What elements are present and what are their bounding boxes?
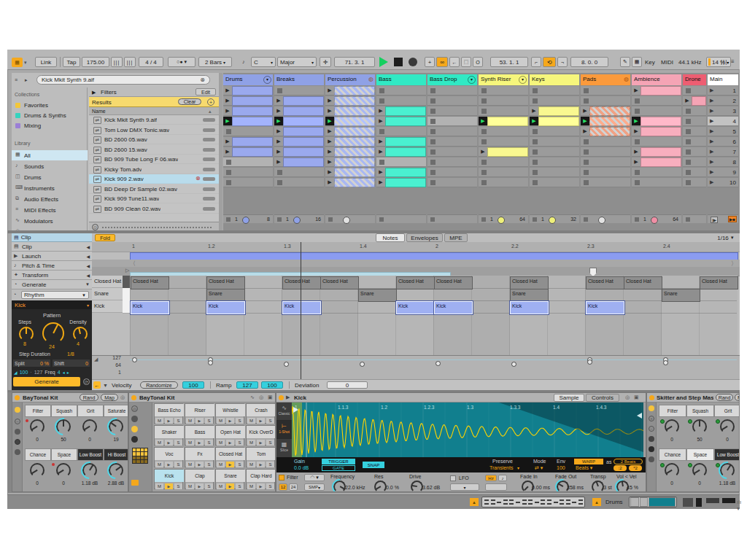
macro-label[interactable]: Squash <box>686 405 714 417</box>
clip-slot[interactable]: ▶ <box>274 117 324 126</box>
macro-knob[interactable] <box>109 463 123 478</box>
clip-slot[interactable]: ▶ <box>274 96 324 106</box>
clip-stop-slot[interactable] <box>479 86 528 96</box>
sidebar-item-drums[interactable]: ◫Drums <box>12 172 88 182</box>
name-column-header[interactable]: Name ▴ <box>89 107 219 115</box>
clip-stop-slot[interactable] <box>223 168 273 177</box>
pad-overview[interactable] <box>132 448 148 464</box>
clip-play-button[interactable]: ▶ <box>376 178 385 187</box>
env-value[interactable]: 100 <box>557 465 565 470</box>
section-launch[interactable]: ▶Launch◀ <box>12 252 92 261</box>
sample-tab-button[interactable]: Sample <box>554 394 584 402</box>
clip-body[interactable] <box>640 117 681 126</box>
tab-mpe[interactable]: MPE <box>444 233 468 242</box>
playing-clip-button[interactable]: ▶ <box>325 117 334 125</box>
file-row[interactable]: ⇌Kicky Tom.adv <box>89 165 219 174</box>
capture-midi-button[interactable]: ← <box>449 57 460 67</box>
stop-button[interactable] <box>533 139 538 144</box>
track-chevron-icon[interactable]: ▾ <box>519 76 527 84</box>
generator-type-menu[interactable]: Rhythm▼ <box>21 291 89 299</box>
clip-play-button[interactable]: ▶ <box>581 106 589 115</box>
map-button[interactable]: M <box>735 394 740 401</box>
pad-label[interactable]: Bass <box>185 426 214 438</box>
ramp-to-field[interactable]: 100 <box>261 381 283 389</box>
clear-search-icon[interactable]: ⊗ <box>200 77 205 83</box>
clip-slot[interactable]: ▶ <box>581 106 630 116</box>
loop-button[interactable]: ⟲ <box>543 57 556 67</box>
stop-button[interactable] <box>481 109 487 114</box>
scene-launch-icon[interactable]: ▶ <box>710 98 713 104</box>
clip-stop-slot[interactable] <box>530 86 579 96</box>
note-row-label[interactable]: Kick <box>92 300 123 313</box>
pad-solo-button[interactable]: S <box>236 483 244 489</box>
clip-slot[interactable]: ▶ <box>325 147 375 157</box>
clip-body[interactable] <box>232 117 273 126</box>
hot-swap-icon[interactable]: ◎ <box>259 394 263 400</box>
scene-row[interactable]: ▶6 <box>708 137 738 147</box>
note[interactable]: Closed Hat <box>510 276 549 289</box>
clip-slot[interactable]: ▶ <box>479 147 528 157</box>
track-freeze-icon[interactable]: ◍ <box>624 76 629 82</box>
file-row[interactable]: ⇌Kick 909 Tune11.wav <box>89 194 219 203</box>
add-macro-icon[interactable]: + <box>649 416 654 421</box>
metronome-button[interactable]: ○● ▾ <box>168 57 196 67</box>
clip-slot[interactable]: ▶ <box>274 106 324 116</box>
stop-all-clips-button[interactable]: ▶■ <box>728 216 737 222</box>
hot-swap-badge-icon[interactable]: ⊗ <box>196 175 201 182</box>
pad-mute-button[interactable]: M <box>186 462 194 467</box>
stop-button[interactable] <box>226 180 231 185</box>
pad-play-button[interactable]: ▶ <box>165 418 173 424</box>
key-indicator[interactable] <box>123 300 130 314</box>
stop-button[interactable] <box>226 129 231 134</box>
generator-target-row[interactable]: Kick▾ <box>12 300 92 309</box>
clip-body[interactable] <box>283 127 324 136</box>
clip-slot[interactable]: ▶ <box>325 86 375 96</box>
frequency-knob[interactable] <box>333 481 346 492</box>
randomize-button[interactable]: Randomize <box>140 381 178 389</box>
velocity-marker[interactable] <box>360 362 365 367</box>
clip-body[interactable] <box>589 127 630 136</box>
section-transform[interactable]: ✦Transform◀ <box>12 271 92 280</box>
drum-pad-kick[interactable]: KickM▶S <box>154 469 183 489</box>
clip-stop-slot[interactable] <box>683 168 706 177</box>
generate-button[interactable]: Generate <box>13 377 80 386</box>
clip-play-button[interactable]: ▶ <box>325 158 334 166</box>
clip-stop-all-button[interactable] <box>635 217 639 222</box>
macro-knob[interactable] <box>692 419 707 434</box>
clip-stop-slot[interactable] <box>427 127 477 136</box>
warp-double-button[interactable]: *2 <box>629 465 642 471</box>
clip-slot[interactable]: ▶ <box>325 178 375 187</box>
clip-slot[interactable]: ▶ <box>223 96 273 106</box>
freq-dec-icon[interactable]: ◂ <box>63 370 65 375</box>
session-view-toggle-icon[interactable]: ||| <box>721 58 727 65</box>
hot-swap-icon[interactable]: ◎ <box>120 394 125 400</box>
clip-stop-slot[interactable] <box>530 168 579 177</box>
pad-label[interactable]: Voc <box>155 448 184 460</box>
clip-play-button[interactable]: ▶ <box>376 137 385 146</box>
pad-label[interactable]: Open Hat <box>216 426 245 438</box>
rack-icon-2[interactable] <box>649 446 654 452</box>
drum-pad-whistle[interactable]: WhistleM▶S <box>215 403 244 424</box>
clip-body[interactable] <box>385 117 426 126</box>
ramp-from-field[interactable]: 127 <box>236 381 258 389</box>
file-row[interactable]: ⇌Tom Low DMX Tonic.wav <box>89 125 219 135</box>
autoselect-icon[interactable] <box>131 416 138 422</box>
clip-play-button[interactable]: ▶ <box>376 168 385 176</box>
clip-play-button[interactable]: ▶ <box>274 106 283 115</box>
scene-row[interactable]: ▶3 <box>708 106 738 116</box>
scene-row[interactable]: ▶1 <box>708 86 738 96</box>
file-row[interactable]: ⇌BD Deep Dr Sample 02.wav <box>89 184 219 194</box>
clip-slot[interactable]: ▶ <box>223 106 273 116</box>
warp-as-button[interactable]: 2 Beats <box>614 459 643 464</box>
pad-play-button[interactable]: ▶ <box>257 462 265 467</box>
clip-slot[interactable]: ▶ <box>530 117 579 126</box>
velocity-marker[interactable] <box>663 360 668 365</box>
track-chevron-icon[interactable]: ▾ <box>263 76 271 84</box>
macro-label[interactable]: Low Boost <box>77 448 104 461</box>
clip-stop-slot[interactable] <box>427 137 477 147</box>
browser-forward-icon[interactable]: ▸ <box>25 77 28 83</box>
filter-type-menu[interactable]: ◠ ▾ <box>304 474 325 481</box>
clip-stop-all-button[interactable] <box>277 217 282 222</box>
play-button[interactable] <box>379 57 388 67</box>
file-row[interactable]: ⇌BD 909 Tube Long F 06.wav <box>89 155 219 164</box>
